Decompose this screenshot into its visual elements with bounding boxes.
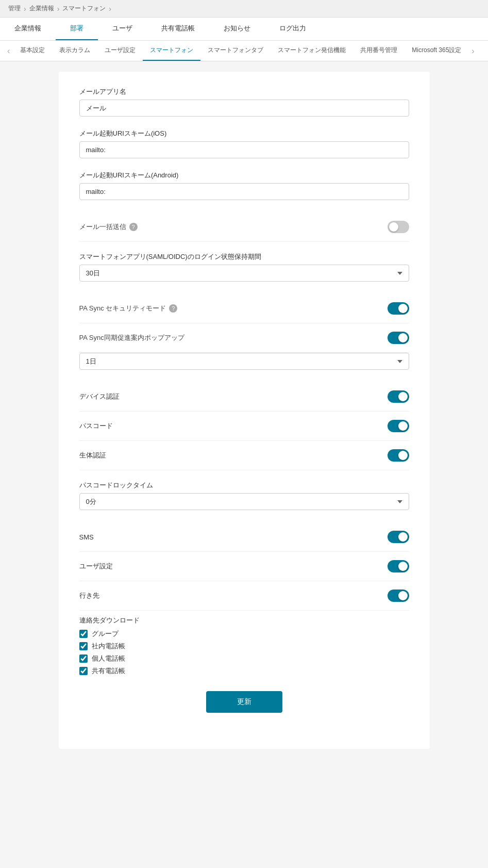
breadcrumb-separator-1: ›	[24, 5, 26, 13]
pa-sync-popup-toggle[interactable]	[388, 332, 409, 344]
destination-label: 行き先	[79, 591, 99, 600]
mail-bulk-send-help-icon[interactable]: ?	[129, 223, 138, 231]
sub-nav-right-arrow[interactable]: ›	[468, 46, 477, 56]
mail-bulk-send-label-wrap: メール一括送信 ?	[79, 222, 138, 232]
main-content: メールアプリ名 メール起動URIスキーム(iOS) メール起動URIスキーム(A…	[59, 72, 430, 749]
contact-shared-checkbox[interactable]	[79, 667, 88, 675]
sub-nav-user-settings[interactable]: ユーザ設定	[97, 41, 143, 61]
top-nav-item-user[interactable]: ユーザ	[98, 18, 147, 40]
biometric-row: 生体認証	[79, 441, 409, 470]
user-setting-label: ユーザ設定	[79, 562, 113, 571]
mail-app-name-section: メールアプリ名	[79, 87, 409, 117]
contact-personal-item: 個人電話帳	[79, 654, 409, 663]
device-auth-row: デバイス認証	[79, 382, 409, 412]
contact-personal-label[interactable]: 個人電話帳	[92, 654, 125, 663]
contact-internal-label[interactable]: 社内電話帳	[92, 642, 125, 651]
pa-sync-security-toggle[interactable]	[388, 302, 409, 315]
contact-personal-checkbox[interactable]	[79, 654, 88, 663]
breadcrumb-item-1: 管理	[8, 4, 21, 13]
update-button[interactable]: 更新	[206, 691, 282, 713]
passcode-lock-select[interactable]: 0分 1分 5分 10分 30分	[79, 493, 409, 510]
top-nav: 企業情報 部署 ユーザ 共有電話帳 お知らせ ログ出力	[0, 18, 488, 41]
contact-group-item: グループ	[79, 629, 409, 638]
breadcrumb-item-3: スマートフォン	[62, 4, 106, 13]
contact-shared-label[interactable]: 共有電話帳	[92, 666, 125, 676]
pa-sync-security-row: PA Sync セキュリティモード ?	[79, 294, 409, 323]
destination-row: 行き先	[79, 581, 409, 611]
user-setting-row: ユーザ設定	[79, 552, 409, 581]
top-nav-item-log[interactable]: ログ出力	[265, 18, 321, 40]
passcode-row: パスコード	[79, 412, 409, 441]
mail-app-name-input[interactable]	[79, 100, 409, 117]
top-nav-item-dept[interactable]: 部署	[56, 18, 98, 40]
mail-app-name-label: メールアプリ名	[79, 87, 409, 96]
device-auth-label: デバイス認証	[79, 392, 120, 401]
breadcrumb-separator-2: ›	[57, 5, 60, 13]
contact-group-label[interactable]: グループ	[92, 629, 119, 638]
user-setting-toggle[interactable]	[388, 560, 409, 572]
contact-internal-checkbox[interactable]	[79, 642, 88, 650]
contact-internal-item: 社内電話帳	[79, 642, 409, 651]
saml-period-select[interactable]: 30日 7日 14日 60日 90日	[79, 265, 409, 282]
sub-nav-smartphone-call[interactable]: スマートフォン発信機能	[271, 41, 353, 61]
device-auth-toggle[interactable]	[388, 390, 409, 403]
passcode-label: パスコード	[79, 421, 113, 431]
mail-uri-ios-section: メール起動URIスキーム(iOS)	[79, 129, 409, 158]
saml-period-label: スマートフォンアプリ(SAML/OIDC)のログイン状態保持期間	[79, 252, 409, 261]
sub-nav-left-arrow[interactable]: ‹	[4, 46, 13, 56]
top-nav-item-phonebook[interactable]: 共有電話帳	[147, 18, 209, 40]
pa-sync-popup-interval-section: 1日 3日 7日	[79, 353, 409, 370]
destination-toggle[interactable]	[388, 589, 409, 602]
mail-bulk-send-row: メール一括送信 ?	[79, 212, 409, 242]
mail-bulk-send-label: メール一括送信	[79, 222, 126, 232]
breadcrumb-item-2: 企業情報	[29, 4, 54, 13]
pa-sync-popup-interval-select[interactable]: 1日 3日 7日	[79, 353, 409, 370]
sub-nav-columns[interactable]: 表示カラム	[52, 41, 97, 61]
sub-nav-ms365[interactable]: Microsoft 365設定	[405, 41, 468, 61]
mail-uri-ios-input[interactable]	[79, 141, 409, 158]
biometric-label: 生体認証	[79, 451, 106, 460]
update-button-wrap: 更新	[79, 691, 409, 728]
contact-group-checkbox[interactable]	[79, 630, 88, 638]
pa-sync-security-help-icon[interactable]: ?	[169, 304, 177, 313]
top-nav-item-company[interactable]: 企業情報	[0, 18, 56, 40]
contact-shared-item: 共有電話帳	[79, 666, 409, 676]
top-nav-item-notice[interactable]: お知らせ	[209, 18, 265, 40]
passcode-lock-label: パスコードロックタイム	[79, 481, 409, 490]
sms-row: SMS	[79, 522, 409, 552]
mail-uri-android-input[interactable]	[79, 183, 409, 200]
pa-sync-security-label: PA Sync セキュリティモード	[79, 304, 166, 313]
mail-uri-android-section: メール起動URIスキーム(Android)	[79, 171, 409, 200]
pa-sync-popup-label: PA Sync同期促進案内ポップアップ	[79, 333, 184, 342]
sms-toggle[interactable]	[388, 531, 409, 543]
passcode-toggle[interactable]	[388, 420, 409, 432]
sms-label: SMS	[79, 533, 94, 541]
saml-period-section: スマートフォンアプリ(SAML/OIDC)のログイン状態保持期間 30日 7日 …	[79, 252, 409, 282]
mail-uri-ios-label: メール起動URIスキーム(iOS)	[79, 129, 409, 138]
contact-download-section: 連絡先ダウンロード グループ 社内電話帳 個人電話帳 共有電話帳	[79, 616, 409, 676]
pa-sync-popup-label-wrap: PA Sync同期促進案内ポップアップ	[79, 333, 184, 342]
pa-sync-popup-row: PA Sync同期促進案内ポップアップ	[79, 323, 409, 353]
sub-nav-basic[interactable]: 基本設定	[13, 41, 52, 61]
contact-download-label: 連絡先ダウンロード	[79, 616, 409, 625]
sub-nav-smartphone-tab[interactable]: スマートフォンタブ	[200, 41, 271, 61]
pa-sync-security-label-wrap: PA Sync セキュリティモード ?	[79, 304, 178, 313]
mail-uri-android-label: メール起動URIスキーム(Android)	[79, 171, 409, 180]
sub-nav: ‹ 基本設定 表示カラム ユーザ設定 スマートフォン スマートフォンタブ スマー…	[0, 41, 488, 61]
sub-nav-smartphone[interactable]: スマートフォン	[143, 41, 200, 61]
mail-bulk-send-toggle[interactable]	[388, 221, 409, 233]
breadcrumb: 管理 › 企業情報 › スマートフォン ›	[0, 0, 488, 18]
biometric-toggle[interactable]	[388, 449, 409, 462]
breadcrumb-separator-end: ›	[109, 5, 111, 13]
sub-nav-shared-number[interactable]: 共用番号管理	[353, 41, 405, 61]
passcode-lock-section: パスコードロックタイム 0分 1分 5分 10分 30分	[79, 481, 409, 510]
